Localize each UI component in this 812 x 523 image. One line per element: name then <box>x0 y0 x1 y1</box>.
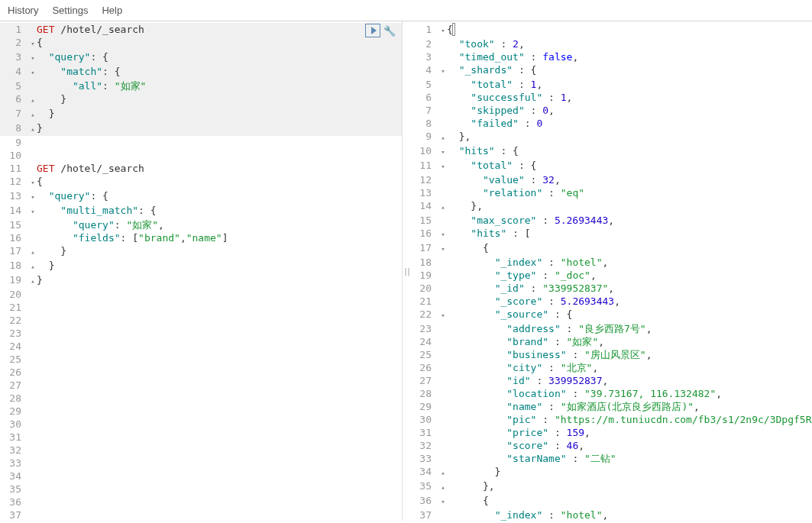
fold-marker[interactable]: ▴ <box>439 465 447 479</box>
fold-marker[interactable]: ▾ <box>439 63 447 78</box>
request-line[interactable]: 30 <box>0 418 402 431</box>
request-line[interactable]: 11GET /hotel/_search <box>0 162 402 175</box>
response-line[interactable]: 18 "_index" : "hotel", <box>410 256 812 269</box>
request-line[interactable]: 23 <box>0 327 402 340</box>
response-viewer[interactable]: 1▾{2 "took" : 2,3 "timed_out" : false,4▾… <box>410 21 812 521</box>
fold-marker[interactable]: ▾ <box>439 494 447 508</box>
request-line[interactable]: 9 <box>0 136 402 149</box>
fold-marker[interactable]: ▴ <box>439 479 447 494</box>
menu-help[interactable]: Help <box>102 5 122 16</box>
fold-marker[interactable]: ▾ <box>29 50 37 65</box>
response-line[interactable]: 28 "location" : "39.73167, 116.132482", <box>410 387 812 400</box>
response-line[interactable]: 32 "score" : 46, <box>410 439 812 452</box>
menu-history[interactable]: History <box>8 5 38 16</box>
response-line[interactable]: 8 "failed" : 0 <box>410 117 812 130</box>
request-line[interactable]: 35 <box>0 483 402 496</box>
response-line[interactable]: 11▾ "total" : { <box>410 159 812 173</box>
request-line[interactable]: 26 <box>0 366 402 379</box>
response-line[interactable]: 27 "id" : 339952837, <box>410 374 812 387</box>
request-line[interactable]: 10 <box>0 149 402 162</box>
request-line[interactable]: 6▴ } <box>0 92 402 107</box>
request-line[interactable]: 20 <box>0 288 402 301</box>
request-line[interactable]: 2▾{ <box>0 36 402 50</box>
response-line[interactable]: 17▾ { <box>410 241 812 256</box>
response-line[interactable]: 5 "total" : 1, <box>410 78 812 91</box>
response-line[interactable]: 29 "name" : "如家酒店(北京良乡西路店)", <box>410 400 812 413</box>
request-line[interactable]: 3▾ "query": { <box>0 50 402 65</box>
response-line[interactable]: 15 "max_score" : 5.2693443, <box>410 214 812 227</box>
response-line[interactable]: 34▴ } <box>410 465 812 479</box>
request-line[interactable]: 8▴} <box>0 121 402 136</box>
fold-marker[interactable]: ▴ <box>439 199 447 214</box>
request-line[interactable]: 28 <box>0 392 402 405</box>
fold-marker[interactable]: ▾ <box>439 144 447 159</box>
fold-marker[interactable]: ▾ <box>29 65 37 79</box>
request-line[interactable]: 4▾ "match": { <box>0 65 402 79</box>
fold-marker[interactable]: ▴ <box>29 259 37 273</box>
response-line[interactable]: 26 "city" : "北京", <box>410 361 812 374</box>
response-line[interactable]: 36▾ { <box>410 494 812 508</box>
request-line[interactable]: 15 "query": "如家", <box>0 218 402 231</box>
response-line[interactable]: 14▴ }, <box>410 199 812 214</box>
fold-marker[interactable]: ▴ <box>29 273 37 288</box>
response-line[interactable]: 19 "_type" : "_doc", <box>410 269 812 282</box>
fold-marker[interactable]: ▴ <box>29 92 37 107</box>
fold-marker[interactable]: ▾ <box>29 204 37 218</box>
response-line[interactable]: 7 "skipped" : 0, <box>410 104 812 117</box>
request-line[interactable]: 32 <box>0 444 402 457</box>
response-line[interactable]: 16▾ "hits" : [ <box>410 227 812 241</box>
run-button[interactable] <box>365 24 380 37</box>
response-line[interactable]: 2 "took" : 2, <box>410 37 812 50</box>
fold-marker[interactable]: ▾ <box>439 308 447 322</box>
request-line[interactable]: 16 "fields": ["brand","name"] <box>0 231 402 244</box>
response-line[interactable]: 12 "value" : 32, <box>410 173 812 186</box>
request-line[interactable]: 34 <box>0 470 402 483</box>
response-line[interactable]: 1▾{ <box>410 23 812 37</box>
request-line[interactable]: 18▴ } <box>0 259 402 273</box>
fold-marker[interactable]: ▾ <box>439 159 447 173</box>
request-line[interactable]: 21 <box>0 301 402 314</box>
fold-marker[interactable]: ▴ <box>29 244 37 259</box>
pane-divider[interactable] <box>403 21 410 521</box>
request-line[interactable]: 29 <box>0 405 402 418</box>
response-line[interactable]: 23 "address" : "良乡西路7号", <box>410 322 812 335</box>
response-line[interactable]: 21 "_score" : 5.2693443, <box>410 295 812 308</box>
response-line[interactable]: 3 "timed_out" : false, <box>410 50 812 63</box>
response-line[interactable]: 37 "_index" : "hotel", <box>410 508 812 521</box>
request-line[interactable]: 22 <box>0 314 402 327</box>
request-line[interactable]: 14▾ "multi_match": { <box>0 204 402 218</box>
fold-marker[interactable]: ▴ <box>439 130 447 144</box>
request-line[interactable]: 31 <box>0 431 402 444</box>
request-line[interactable]: 24 <box>0 340 402 353</box>
request-line[interactable]: 13▾ "query": { <box>0 189 402 204</box>
wrench-button[interactable]: 🔧 <box>382 24 397 37</box>
response-line[interactable]: 6 "successful" : 1, <box>410 91 812 104</box>
fold-marker[interactable]: ▴ <box>29 121 37 136</box>
fold-marker[interactable]: ▾ <box>439 227 447 241</box>
request-line[interactable]: 27 <box>0 379 402 392</box>
response-line[interactable]: 20 "_id" : "339952837", <box>410 282 812 295</box>
request-line[interactable]: 17▴ } <box>0 244 402 259</box>
fold-marker[interactable]: ▾ <box>29 189 37 204</box>
fold-marker[interactable]: ▾ <box>29 36 37 50</box>
response-line[interactable]: 25 "business" : "房山风景区", <box>410 348 812 361</box>
request-line[interactable]: 37 <box>0 508 402 521</box>
response-line[interactable]: 22▾ "_source" : { <box>410 308 812 322</box>
response-line[interactable]: 10▾ "hits" : { <box>410 144 812 159</box>
request-line[interactable]: 1GET /hotel/_search <box>0 23 402 36</box>
fold-marker[interactable]: ▾ <box>29 175 37 189</box>
response-line[interactable]: 24 "brand" : "如家", <box>410 335 812 348</box>
request-line[interactable]: 7▴ } <box>0 107 402 121</box>
response-line[interactable]: 4▾ "_shards" : { <box>410 63 812 78</box>
response-line[interactable]: 35▴ }, <box>410 479 812 494</box>
response-line[interactable]: 9▴ }, <box>410 130 812 144</box>
request-line[interactable]: 5 "all": "如家" <box>0 79 402 92</box>
menu-settings[interactable]: Settings <box>52 5 88 16</box>
request-line[interactable]: 12▾{ <box>0 175 402 189</box>
response-line[interactable]: 31 "price" : 159, <box>410 426 812 439</box>
request-line[interactable]: 25 <box>0 353 402 366</box>
fold-marker[interactable]: ▴ <box>29 107 37 121</box>
request-editor[interactable]: 🔧 1GET /hotel/_search2▾{3▾ "query": {4▾ … <box>0 21 403 521</box>
fold-marker[interactable]: ▾ <box>439 241 447 256</box>
response-line[interactable]: 13 "relation" : "eq" <box>410 186 812 199</box>
